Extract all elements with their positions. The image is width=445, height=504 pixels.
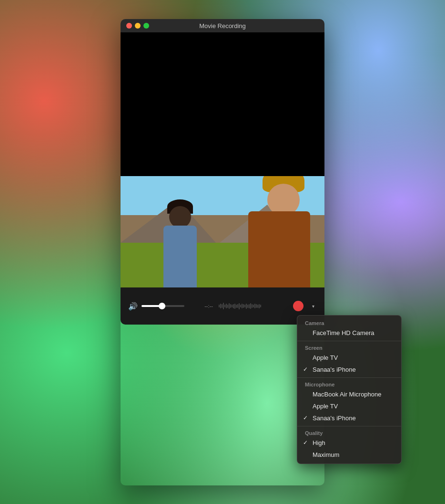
- waveform-bar: [252, 304, 253, 308]
- video-scene: [121, 176, 324, 287]
- waveform-bar: [236, 305, 237, 308]
- person1-body: [163, 226, 197, 287]
- waveform-bar: [240, 305, 241, 307]
- waveform-bar: [246, 304, 247, 309]
- waveform-bar: [234, 304, 235, 309]
- volume-slider-thumb: [159, 303, 165, 309]
- waveform-bar: [224, 305, 225, 307]
- waveform-bar: [249, 304, 250, 308]
- microphone-section-label: Microphone: [297, 380, 401, 388]
- volume-section: 🔊: [128, 302, 197, 311]
- controls-bar: 🔊 --:--: [121, 287, 324, 325]
- camera-section-label: Camera: [297, 318, 401, 327]
- menu-divider-2: [297, 377, 401, 378]
- waveform-bar: [243, 304, 244, 308]
- minimize-button[interactable]: [135, 23, 141, 29]
- waveform-bar: [219, 305, 220, 307]
- close-button[interactable]: [126, 23, 132, 29]
- waveform-bar: [254, 304, 255, 308]
- video-black-area: [121, 32, 324, 176]
- menu-divider-1: [297, 341, 401, 341]
- menu-item-macbook-air-microphone[interactable]: MacBook Air Microphone: [297, 388, 401, 400]
- person1: [159, 202, 206, 287]
- person1-head: [169, 206, 191, 228]
- maximize-button[interactable]: [143, 23, 149, 29]
- menu-item-quality-maximum[interactable]: Maximum: [297, 449, 401, 461]
- traffic-lights: [126, 23, 149, 29]
- menu-item-quality-high[interactable]: High: [297, 437, 401, 449]
- waveform-bar: [256, 304, 257, 308]
- menu-item-apple-tv-microphone[interactable]: Apple TV: [297, 400, 401, 412]
- dropdown-menu: Camera FaceTime HD Camera Screen Apple T…: [297, 315, 402, 464]
- waveform: [219, 301, 287, 311]
- waveform-bar: [223, 303, 224, 309]
- window-title: Movie Recording: [199, 22, 246, 30]
- menu-divider-3: [297, 426, 401, 426]
- chevron-button[interactable]: ▾: [309, 302, 317, 310]
- waveform-bar: [250, 303, 251, 309]
- waveform-bar: [222, 304, 222, 308]
- volume-slider[interactable]: [142, 305, 184, 307]
- waveform-bar: [233, 304, 234, 308]
- movie-recording-window: Movie Recording 🔊: [121, 19, 324, 485]
- menu-item-sanaas-iphone-microphone[interactable]: Sanaa's iPhone: [297, 412, 401, 424]
- waveform-bar: [242, 304, 243, 308]
- menu-item-facetime-hd-camera[interactable]: FaceTime HD Camera: [297, 327, 401, 339]
- waveform-bar: [247, 305, 248, 308]
- time-display: --:--: [204, 303, 213, 309]
- waveform-bar: [259, 304, 260, 308]
- video-preview: [121, 176, 324, 287]
- waveform-bar: [260, 305, 261, 307]
- record-button[interactable]: [293, 301, 303, 311]
- quality-section-label: Quality: [297, 428, 401, 437]
- waveform-bar: [229, 303, 230, 309]
- waveform-bar: [227, 305, 228, 308]
- waveform-bar: [253, 305, 254, 307]
- menu-item-apple-tv-screen[interactable]: Apple TV: [297, 352, 401, 364]
- person2-body: [248, 211, 310, 287]
- title-bar: Movie Recording: [121, 19, 324, 32]
- waveform-bar: [232, 305, 233, 307]
- person2: [229, 178, 315, 287]
- screen-section-label: Screen: [297, 343, 401, 352]
- waveform-bar: [239, 303, 240, 309]
- menu-item-sanaas-iphone-screen[interactable]: Sanaa's iPhone: [297, 364, 401, 376]
- waveform-bar: [237, 304, 238, 308]
- waveform-bar: [230, 304, 231, 308]
- waveform-bar: [226, 304, 227, 308]
- waveform-bar: [220, 304, 221, 308]
- waveform-bar: [257, 305, 258, 308]
- waveform-bar: [244, 305, 245, 307]
- volume-icon: 🔊: [128, 302, 138, 311]
